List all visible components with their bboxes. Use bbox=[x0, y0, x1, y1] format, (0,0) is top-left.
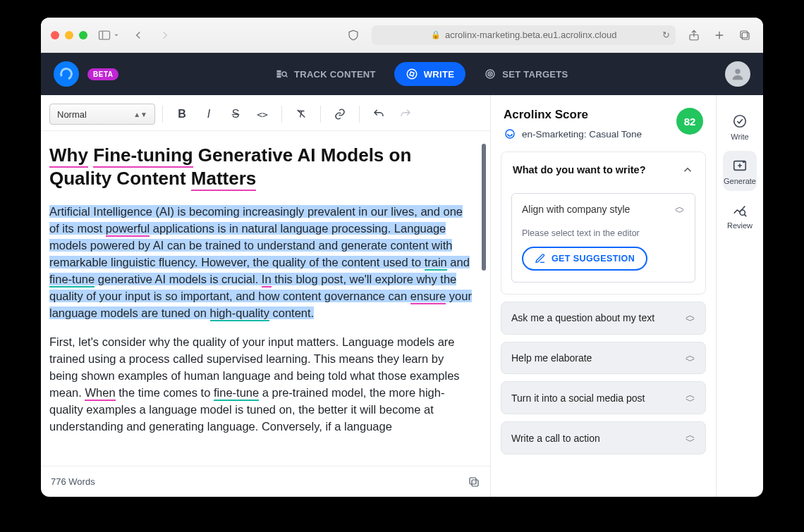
tab-write[interactable]: WRITE bbox=[394, 62, 465, 86]
app-body: Normal ▲▼ B I S <> bbox=[41, 95, 763, 497]
beta-badge: BETA bbox=[87, 68, 118, 80]
browser-window: 🔒 acrolinx-marketing.beta.eu1.acrolinx.c… bbox=[41, 18, 763, 497]
editor-toolbar: Normal ▲▼ B I S <> bbox=[41, 95, 490, 131]
option-card: Align with company style ︿﹀ Please selec… bbox=[511, 193, 695, 283]
svg-rect-9 bbox=[277, 76, 281, 78]
suggestion-social-post[interactable]: Turn it into a social media post ︿﹀ bbox=[501, 381, 706, 414]
svg-rect-6 bbox=[741, 31, 748, 38]
svg-point-15 bbox=[489, 73, 491, 75]
refresh-icon[interactable]: ↻ bbox=[662, 30, 670, 40]
tab-track-content[interactable]: TRACK CONTENT bbox=[264, 62, 387, 86]
suggestion-ask-question[interactable]: Ask me a question about my text ︿﹀ bbox=[501, 302, 706, 335]
document-title[interactable]: Why Fine-tuning Generative AI Models on … bbox=[49, 144, 472, 190]
score-title: Acrolinx Score bbox=[504, 108, 642, 122]
suggestion-elaborate[interactable]: Help me elaborate ︿﹀ bbox=[501, 342, 706, 375]
svg-rect-0 bbox=[99, 31, 110, 39]
editor-scrollbar[interactable] bbox=[482, 144, 486, 423]
svg-rect-7 bbox=[277, 71, 281, 73]
svg-line-11 bbox=[286, 75, 287, 77]
back-button[interactable] bbox=[130, 27, 147, 44]
option-label: Align with company style bbox=[522, 204, 630, 215]
panel-toggle[interactable]: What do you want to write? bbox=[501, 152, 705, 187]
svg-rect-8 bbox=[277, 73, 281, 75]
new-tab-button[interactable] bbox=[711, 27, 728, 44]
svg-point-20 bbox=[506, 130, 514, 138]
suggestion-cta[interactable]: Write a call to action ︿﹀ bbox=[501, 421, 706, 454]
rail-generate[interactable]: Generate bbox=[723, 151, 757, 191]
chevron-updown-icon: ︿﹀ bbox=[686, 392, 695, 404]
chevron-updown-icon: ︿﹀ bbox=[686, 432, 695, 444]
scrollbar-thumb[interactable] bbox=[482, 144, 486, 271]
option-stepper[interactable]: ︿﹀ bbox=[675, 204, 685, 216]
strikethrough-button[interactable]: S bbox=[224, 104, 248, 125]
nav-tabs: TRACK CONTENT WRITE SET TARGETS bbox=[264, 62, 580, 86]
traffic-lights bbox=[51, 31, 87, 39]
redo-button[interactable] bbox=[394, 104, 418, 125]
editor-area[interactable]: Why Fine-tuning Generative AI Models on … bbox=[41, 131, 490, 466]
right-rail: Write Generate Review bbox=[717, 95, 763, 497]
close-window[interactable] bbox=[51, 31, 59, 39]
user-avatar[interactable] bbox=[725, 61, 750, 87]
copy-icon[interactable] bbox=[468, 476, 480, 488]
write-prompt-panel: What do you want to write? Align with co… bbox=[501, 151, 706, 295]
link-button[interactable] bbox=[328, 104, 352, 125]
lock-icon: 🔒 bbox=[431, 30, 441, 39]
score-badge: 82 bbox=[676, 108, 703, 135]
word-count: 776 Words bbox=[51, 476, 95, 487]
svg-point-16 bbox=[735, 69, 740, 74]
editor-column: Normal ▲▼ B I S <> bbox=[41, 95, 491, 497]
clear-format-button[interactable] bbox=[289, 104, 313, 125]
get-suggestion-button[interactable]: GET SUGGESTION bbox=[522, 247, 647, 271]
url-text: acrolinx-marketing.beta.eu1.acrolinx.clo… bbox=[445, 30, 617, 40]
rail-write[interactable]: Write bbox=[723, 106, 757, 147]
paragraph-2[interactable]: First, let's consider why the quality of… bbox=[49, 334, 472, 435]
chevron-updown-icon: ︿﹀ bbox=[686, 352, 695, 364]
svg-point-25 bbox=[743, 161, 745, 163]
minimize-window[interactable] bbox=[65, 31, 73, 39]
rail-review[interactable]: Review bbox=[723, 195, 757, 235]
svg-point-21 bbox=[734, 116, 746, 128]
paragraph-1[interactable]: Artificial Intelligence (AI) is becoming… bbox=[49, 204, 472, 321]
tabs-button[interactable] bbox=[736, 27, 753, 44]
tab-set-targets[interactable]: SET TARGETS bbox=[473, 62, 579, 86]
share-button[interactable] bbox=[686, 27, 702, 44]
svg-point-12 bbox=[407, 69, 417, 79]
svg-rect-18 bbox=[472, 480, 478, 486]
app-logo[interactable] bbox=[54, 61, 79, 87]
score-box: Acrolinx Score en-Smarketing: Casual Ton… bbox=[491, 95, 716, 149]
svg-rect-19 bbox=[470, 478, 476, 484]
svg-point-26 bbox=[740, 210, 745, 215]
code-button[interactable]: <> bbox=[250, 104, 274, 125]
maximize-window[interactable] bbox=[79, 31, 87, 39]
app-header: BETA TRACK CONTENT WRITE SET TARGETS bbox=[41, 53, 763, 95]
italic-button[interactable]: I bbox=[197, 104, 221, 125]
chevron-updown-icon: ︿﹀ bbox=[686, 312, 695, 324]
svg-rect-5 bbox=[742, 32, 749, 39]
svg-point-10 bbox=[282, 72, 286, 76]
svg-line-27 bbox=[744, 214, 746, 216]
browser-chrome: 🔒 acrolinx-marketing.beta.eu1.acrolinx.c… bbox=[41, 18, 763, 53]
sidebar-toggle-button[interactable] bbox=[97, 28, 120, 42]
tone-indicator: en-Smarketing: Casual Tone bbox=[504, 128, 642, 140]
shield-icon[interactable] bbox=[345, 27, 362, 44]
bold-button[interactable]: B bbox=[170, 104, 194, 125]
undo-button[interactable] bbox=[367, 104, 391, 125]
word-count-bar: 776 Words bbox=[41, 466, 490, 497]
sidebar-column: Acrolinx Score en-Smarketing: Casual Ton… bbox=[491, 95, 717, 497]
forward-button[interactable] bbox=[157, 27, 173, 44]
address-bar[interactable]: 🔒 acrolinx-marketing.beta.eu1.acrolinx.c… bbox=[372, 25, 676, 45]
select-text-hint: Please select text in the editor bbox=[522, 228, 685, 238]
paragraph-style-select[interactable]: Normal ▲▼ bbox=[49, 104, 155, 125]
